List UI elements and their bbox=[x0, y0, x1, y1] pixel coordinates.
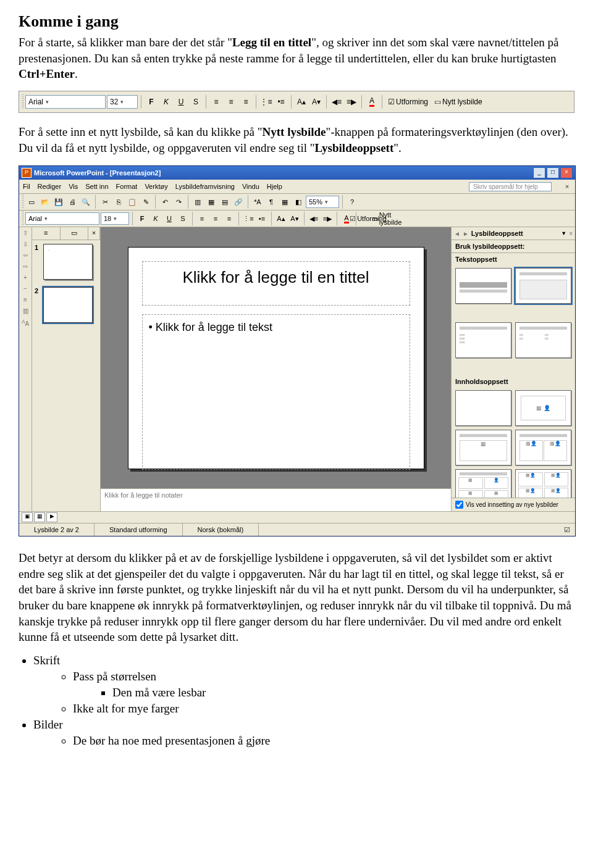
design-button[interactable]: ☑ Utforming bbox=[385, 95, 431, 109]
taskpane-dropdown-icon[interactable]: ▼ bbox=[561, 230, 566, 236]
menu-fil[interactable]: Fil bbox=[23, 183, 30, 190]
new-doc-icon[interactable]: ▭ bbox=[25, 196, 38, 208]
slides-tab-icon[interactable]: ▭ bbox=[61, 227, 89, 240]
menu-vis[interactable]: Vis bbox=[69, 183, 78, 190]
align-right-icon[interactable]: ≡ bbox=[223, 212, 235, 225]
format-painter-icon[interactable]: ✎ bbox=[140, 196, 152, 208]
bullet-list-icon[interactable]: •≡ bbox=[274, 95, 288, 109]
layout-title-2content[interactable]: ▦👤▦👤 bbox=[515, 430, 571, 465]
mdi-close-icon[interactable]: × bbox=[563, 183, 571, 190]
align-left-icon[interactable]: ≡ bbox=[209, 95, 223, 109]
menu-vindu[interactable]: Vindu bbox=[242, 183, 259, 190]
title-placeholder[interactable]: Klikk for å legge til en tittel bbox=[142, 261, 410, 306]
italic-button[interactable]: K bbox=[149, 212, 162, 225]
redo-icon[interactable]: ↷ bbox=[172, 196, 185, 208]
slideshow-view-icon[interactable]: ▶ bbox=[46, 512, 57, 522]
layout-4content-a[interactable]: ▦👤▦▦ bbox=[455, 469, 511, 498]
insert-chart-icon[interactable]: ▥ bbox=[191, 196, 204, 208]
font-combo[interactable]: Arial bbox=[25, 212, 99, 225]
bullet-list-icon[interactable]: •≡ bbox=[256, 212, 268, 225]
body-placeholder[interactable]: Klikk for å legge til tekst bbox=[142, 314, 410, 470]
show-formatting-icon[interactable]: AA bbox=[21, 319, 30, 327]
slide-thumbnail-1[interactable]: ... bbox=[43, 244, 93, 280]
fontsize-combo[interactable]: 18 bbox=[101, 212, 129, 225]
tables-icon[interactable]: ▤ bbox=[219, 196, 231, 208]
notes-pane[interactable]: Klikk for å legge til notater bbox=[101, 488, 451, 511]
hyperlink-icon[interactable]: 🔗 bbox=[232, 196, 245, 208]
fontsize-combo[interactable]: 32 bbox=[107, 95, 138, 109]
cut-icon[interactable]: ✂ bbox=[99, 196, 111, 208]
move-up-icon[interactable]: + bbox=[21, 274, 30, 283]
align-right-icon[interactable]: ≡ bbox=[239, 95, 253, 109]
promote-icon[interactable]: ⇦ bbox=[21, 252, 30, 261]
decrease-font-icon[interactable]: A▾ bbox=[309, 95, 323, 109]
help-icon[interactable]: ? bbox=[346, 196, 358, 208]
menu-lysbilde[interactable]: Lysbildeframvisning bbox=[175, 183, 235, 190]
layout-title-only[interactable] bbox=[455, 268, 511, 304]
back-icon[interactable]: ◄ bbox=[454, 230, 460, 237]
close-button[interactable]: × bbox=[560, 167, 573, 178]
numbered-list-icon[interactable]: ⋮≡ bbox=[242, 212, 254, 225]
open-icon[interactable]: 📂 bbox=[39, 196, 51, 208]
slide-thumbnail-2[interactable] bbox=[43, 287, 93, 323]
menu-format[interactable]: Format bbox=[116, 183, 138, 190]
increase-font-icon[interactable]: A▴ bbox=[275, 212, 287, 225]
align-center-icon[interactable]: ≡ bbox=[224, 95, 238, 109]
preview-icon[interactable]: 🔍 bbox=[80, 196, 92, 208]
layout-title-content[interactable] bbox=[515, 268, 571, 304]
numbered-list-icon[interactable]: ⋮≡ bbox=[259, 95, 273, 109]
menu-settinn[interactable]: Sett inn bbox=[85, 183, 108, 190]
slide-canvas[interactable]: Klikk for å legge til en tittel Klikk fo… bbox=[128, 247, 424, 469]
layout-title-content2[interactable]: ▦ bbox=[455, 430, 511, 465]
new-slide-button[interactable]: ▭ Nytt lysbilde bbox=[432, 95, 485, 109]
bold-button[interactable]: F bbox=[136, 212, 148, 225]
font-color-icon[interactable]: A bbox=[365, 95, 379, 109]
menu-rediger[interactable]: Rediger bbox=[38, 183, 62, 190]
font-combo[interactable]: Arial bbox=[25, 95, 106, 109]
color-icon[interactable]: ◧ bbox=[292, 196, 305, 208]
insert-table-icon[interactable]: ▦ bbox=[205, 196, 217, 208]
italic-button[interactable]: K bbox=[159, 95, 173, 109]
show-on-insert-checkbox[interactable] bbox=[455, 501, 463, 509]
taskpane-close-icon[interactable]: × bbox=[569, 230, 573, 237]
new-slide-button[interactable]: ▭ Nytt lysbilde bbox=[378, 212, 395, 225]
nav-up-icon[interactable]: ⇧ bbox=[21, 230, 30, 238]
align-center-icon[interactable]: ≡ bbox=[209, 212, 222, 225]
bold-button[interactable]: F bbox=[145, 95, 158, 109]
summary-icon[interactable]: ▥ bbox=[21, 307, 30, 316]
underline-button[interactable]: U bbox=[163, 212, 175, 225]
copy-icon[interactable]: ⎘ bbox=[112, 196, 125, 208]
shadow-button[interactable]: S bbox=[177, 212, 189, 225]
decrease-indent-icon[interactable]: ◀≡ bbox=[330, 95, 343, 109]
increase-indent-icon[interactable]: ≡▶ bbox=[321, 212, 334, 225]
show-format-icon[interactable]: ¶ bbox=[265, 196, 277, 208]
expand-all-icon[interactable]: ⁴A bbox=[251, 196, 264, 208]
nav-down-icon[interactable]: ⇩ bbox=[21, 241, 30, 249]
forward-icon[interactable]: ► bbox=[463, 230, 469, 237]
zoom-combo[interactable]: 55% bbox=[306, 196, 339, 208]
underline-button[interactable]: U bbox=[174, 95, 188, 109]
decrease-font-icon[interactable]: A▾ bbox=[288, 212, 301, 225]
demote-icon[interactable]: ⇨ bbox=[21, 263, 30, 272]
collapse-icon[interactable]: − bbox=[21, 285, 30, 294]
close-pane-icon[interactable]: × bbox=[88, 227, 100, 240]
print-icon[interactable]: 🖨 bbox=[66, 196, 78, 208]
shadow-button[interactable]: S bbox=[189, 95, 203, 109]
help-search-box[interactable]: Skriv spørsmål for hjelp bbox=[469, 182, 552, 191]
menu-verktoy[interactable]: Verktøy bbox=[145, 183, 167, 190]
save-icon[interactable]: 💾 bbox=[53, 196, 65, 208]
outline-tab-icon[interactable]: ≡ bbox=[32, 227, 61, 240]
layout-two-column[interactable]: ≡≡≡≡≡≡≡≡ bbox=[515, 322, 571, 358]
layout-4content-b[interactable]: ▦👤▦👤▦👤▦👤 bbox=[515, 469, 571, 498]
increase-indent-icon[interactable]: ≡▶ bbox=[345, 95, 358, 109]
menu-hjelp[interactable]: Hjelp bbox=[267, 183, 282, 190]
sorter-view-icon[interactable]: ▦ bbox=[34, 512, 45, 522]
minimize-button[interactable]: _ bbox=[533, 167, 545, 178]
grid-icon[interactable]: ▦ bbox=[279, 196, 291, 208]
paste-icon[interactable]: 📋 bbox=[126, 196, 138, 208]
increase-font-icon[interactable]: A▴ bbox=[295, 95, 308, 109]
layout-blank[interactable] bbox=[455, 390, 511, 426]
undo-icon[interactable]: ↶ bbox=[159, 196, 171, 208]
layout-title-bullets[interactable]: ≡≡≡≡≡≡≡≡≡ bbox=[455, 322, 511, 358]
layout-content[interactable]: ▦ 👤 bbox=[515, 390, 571, 426]
